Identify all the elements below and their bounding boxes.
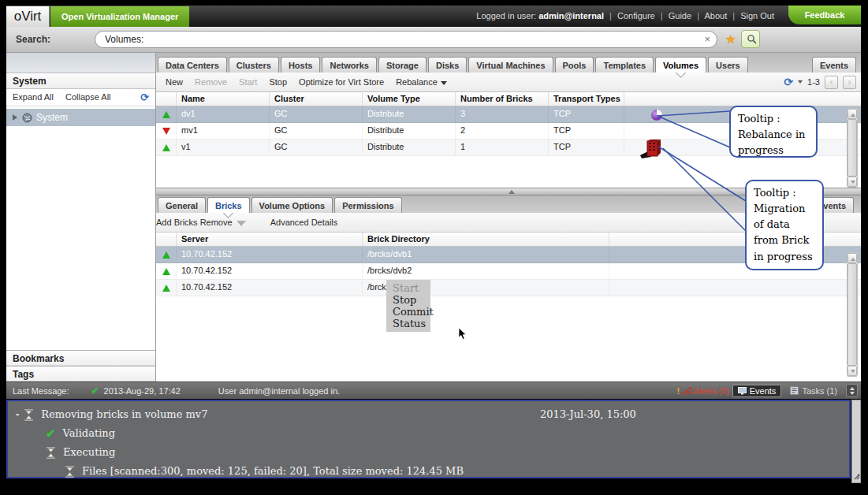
- tab-hosts[interactable]: Hosts: [281, 57, 321, 73]
- next-page-button[interactable]: ›: [843, 76, 856, 89]
- volumes-toolbar: New Remove Start Stop Optimize for Virt …: [156, 73, 861, 92]
- wrench-icon: [682, 386, 691, 396]
- step-check-icon: ✔: [46, 424, 56, 443]
- new-button[interactable]: New: [166, 73, 183, 91]
- brick-row-dvb3[interactable]: 10.70.42.152 /brcks/dvb3: [156, 280, 861, 296]
- start-button[interactable]: Start: [239, 73, 257, 91]
- volumes-grid-header: Name Cluster Volume Type Number of Brick…: [156, 92, 861, 106]
- tree-item-label: System: [36, 112, 68, 123]
- event-step-files: Files [scanned:300, moved: 125, failed: …: [8, 462, 849, 481]
- logged-in-user: admin@internal: [538, 11, 604, 20]
- tasks-footer-button[interactable]: Tasks (1): [784, 385, 843, 397]
- bookmarks-panel-header[interactable]: Bookmarks: [6, 350, 155, 366]
- remove-bricks-menu-button[interactable]: Remove: [200, 218, 246, 227]
- alerts-button[interactable]: ! Alerts (0): [676, 386, 728, 396]
- tab-clusters[interactable]: Clusters: [229, 57, 279, 73]
- col-cluster[interactable]: Cluster: [270, 92, 363, 106]
- collapse-expand-footer-button[interactable]: [846, 384, 858, 397]
- tree-refresh-icon[interactable]: ⟳: [140, 91, 149, 103]
- subtab-events[interactable]: Events: [810, 197, 854, 213]
- resize-grip-icon[interactable]: [853, 473, 861, 481]
- collapse-all-link[interactable]: Collapse All: [65, 92, 110, 102]
- guide-link[interactable]: Guide: [669, 11, 691, 20]
- brick-row-dvb2[interactable]: 10.70.42.152 /brcks/dvb2: [156, 263, 861, 280]
- volume-down-icon: [162, 128, 170, 135]
- scroll-up-icon[interactable]: [848, 253, 857, 263]
- search-input[interactable]: [105, 32, 698, 47]
- menu-item-commit[interactable]: Commit: [393, 306, 424, 318]
- system-panel-header[interactable]: System: [6, 73, 155, 89]
- tab-virtual-machines[interactable]: Virtual Machines: [468, 57, 553, 73]
- clear-search-icon[interactable]: ×: [704, 33, 710, 45]
- scroll-thumb[interactable]: [848, 119, 857, 177]
- scroll-down-icon[interactable]: [848, 366, 857, 376]
- tab-events[interactable]: Events: [812, 57, 856, 73]
- chevron-down-icon: [850, 392, 855, 395]
- collapse-toggle[interactable]: -: [16, 405, 19, 424]
- status-bar-buttons: ! Alerts (0) Events Tasks (1): [676, 384, 858, 397]
- product-title: Open Virtualization Manager: [50, 6, 189, 27]
- bookmark-star-icon[interactable]: ★: [725, 32, 736, 47]
- sidebar-item-system[interactable]: System: [6, 109, 155, 126]
- subtab-permissions[interactable]: Permissions: [334, 197, 401, 213]
- scroll-down-icon[interactable]: [848, 177, 857, 187]
- remove-caret-down-icon[interactable]: [237, 221, 246, 226]
- col-transport-types[interactable]: Transport Types: [549, 92, 624, 106]
- tab-pools[interactable]: Pools: [555, 57, 594, 73]
- col-server[interactable]: Server: [177, 233, 363, 246]
- brick-row-dvb1[interactable]: 10.70.42.152 /brcks/dvb1: [156, 247, 861, 263]
- refresh-icon[interactable]: ⟳: [784, 73, 793, 91]
- expand-all-link[interactable]: Expand All: [13, 92, 54, 102]
- tab-volumes[interactable]: Volumes: [655, 57, 706, 73]
- rebalance-menu-button[interactable]: Rebalance: [396, 73, 447, 91]
- remove-button[interactable]: Remove: [195, 73, 227, 91]
- scroll-up-icon[interactable]: [848, 109, 857, 119]
- col-name[interactable]: Name: [177, 92, 270, 106]
- volume-row-mv1[interactable]: mv1 GC Distribute 2 TCP: [156, 123, 861, 140]
- col-brick-directory[interactable]: Brick Directory: [363, 233, 609, 246]
- tree-expander-icon[interactable]: [13, 114, 17, 121]
- advanced-details-button[interactable]: Advanced Details: [270, 218, 338, 227]
- volume-row-dv1[interactable]: dv1 GC Distribute 3 TCP: [156, 106, 861, 123]
- tab-templates[interactable]: Templates: [595, 57, 654, 73]
- tab-networks[interactable]: Networks: [322, 57, 377, 73]
- col-volume-type[interactable]: Volume Type: [363, 92, 456, 106]
- refresh-options-caret-icon[interactable]: [798, 80, 803, 84]
- menu-item-start[interactable]: Start: [393, 282, 424, 294]
- hourglass-icon: [24, 409, 34, 421]
- about-link[interactable]: About: [704, 11, 727, 20]
- monitor-icon: [738, 387, 747, 395]
- hourglass-icon: [46, 447, 56, 459]
- prev-page-button[interactable]: ‹: [825, 76, 838, 89]
- splitter-grip-icon: [509, 190, 515, 194]
- search-button[interactable]: [741, 30, 760, 48]
- events-footer-button[interactable]: Events: [732, 385, 782, 397]
- menu-item-status[interactable]: Status: [393, 318, 424, 329]
- panel-scroll-strip[interactable]: [851, 400, 861, 483]
- hourglass-icon: [65, 466, 75, 478]
- subtab-general[interactable]: General: [158, 197, 206, 213]
- event-row-task[interactable]: - Removing bricks in volume mv7 2013-Jul…: [8, 405, 849, 424]
- tab-data-centers[interactable]: Data Centers: [158, 57, 227, 73]
- status-column: [156, 233, 177, 246]
- scroll-thumb[interactable]: [848, 263, 857, 366]
- event-step-validating: ✔ Validating: [8, 424, 849, 443]
- tab-users[interactable]: Users: [708, 57, 748, 73]
- add-bricks-button[interactable]: Add Bricks: [156, 218, 198, 227]
- tab-storage[interactable]: Storage: [378, 57, 427, 73]
- subtab-volume-options[interactable]: Volume Options: [251, 197, 333, 213]
- feedback-button[interactable]: Feedback: [788, 6, 861, 24]
- menu-item-stop[interactable]: Stop: [393, 294, 424, 306]
- tags-panel-header[interactable]: Tags: [6, 366, 155, 381]
- subtab-bricks[interactable]: Bricks: [207, 197, 250, 213]
- bricks-scrollbar[interactable]: [847, 252, 858, 377]
- configure-link[interactable]: Configure: [617, 11, 655, 20]
- volume-row-v1[interactable]: v1 GC Distribute 1 TCP: [156, 140, 861, 156]
- optimize-button[interactable]: Optimize for Virt Store: [299, 73, 384, 91]
- col-number-of-bricks[interactable]: Number of Bricks: [456, 92, 549, 106]
- pane-splitter[interactable]: [156, 188, 861, 195]
- stop-button[interactable]: Stop: [269, 73, 287, 91]
- tab-disks[interactable]: Disks: [428, 57, 467, 73]
- volumes-scrollbar[interactable]: [847, 108, 858, 188]
- sign-out-link[interactable]: Sign Out: [740, 11, 774, 20]
